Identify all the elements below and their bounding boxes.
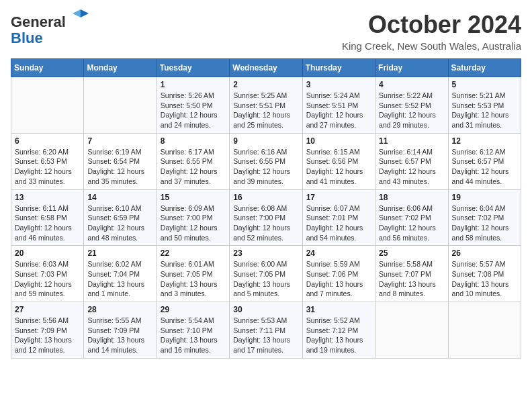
day-number: 3 xyxy=(306,80,371,89)
calendar-day-cell: 15Sunrise: 6:09 AM Sunset: 7:00 PM Dayli… xyxy=(157,189,229,246)
logo-general: General xyxy=(11,13,66,30)
day-info: Sunrise: 5:22 AM Sunset: 5:52 PM Dayligh… xyxy=(379,91,444,130)
calendar-day-cell: 13Sunrise: 6:11 AM Sunset: 6:58 PM Dayli… xyxy=(11,189,84,246)
day-number: 5 xyxy=(452,80,517,89)
day-number: 8 xyxy=(161,136,226,146)
calendar-week-row: 1Sunrise: 5:26 AM Sunset: 5:50 PM Daylig… xyxy=(11,77,521,134)
day-info: Sunrise: 6:16 AM Sunset: 6:55 PM Dayligh… xyxy=(233,147,298,187)
day-info: Sunrise: 6:01 AM Sunset: 7:05 PM Dayligh… xyxy=(161,259,226,299)
calendar-day-cell: 23Sunrise: 6:00 AM Sunset: 7:05 PM Dayli… xyxy=(230,246,302,302)
day-info: Sunrise: 5:52 AM Sunset: 7:12 PM Dayligh… xyxy=(306,316,371,355)
day-info: Sunrise: 5:53 AM Sunset: 7:11 PM Dayligh… xyxy=(233,316,298,355)
month-title: October 2024 xyxy=(342,11,521,39)
weekday-header: Monday xyxy=(84,59,157,77)
calendar-day-cell: 30Sunrise: 5:53 AM Sunset: 7:11 PM Dayli… xyxy=(230,302,302,359)
day-number: 24 xyxy=(306,248,371,258)
day-info: Sunrise: 6:02 AM Sunset: 7:04 PM Dayligh… xyxy=(87,259,152,299)
day-number: 19 xyxy=(452,193,517,202)
day-info: Sunrise: 6:19 AM Sunset: 6:54 PM Dayligh… xyxy=(87,147,152,187)
calendar-day-cell: 3Sunrise: 5:24 AM Sunset: 5:51 PM Daylig… xyxy=(302,77,375,134)
day-number: 23 xyxy=(233,248,298,258)
day-number: 15 xyxy=(161,193,226,202)
day-number: 26 xyxy=(452,248,517,258)
calendar-day-cell: 16Sunrise: 6:08 AM Sunset: 7:00 PM Dayli… xyxy=(230,189,302,246)
day-info: Sunrise: 6:11 AM Sunset: 6:58 PM Dayligh… xyxy=(15,203,80,243)
day-info: Sunrise: 6:14 AM Sunset: 6:57 PM Dayligh… xyxy=(379,147,444,187)
calendar-table: SundayMondayTuesdayWednesdayThursdayFrid… xyxy=(11,58,521,359)
calendar-day-cell: 14Sunrise: 6:10 AM Sunset: 6:59 PM Dayli… xyxy=(84,189,157,246)
calendar-day-cell xyxy=(375,302,448,359)
calendar-day-cell: 19Sunrise: 6:04 AM Sunset: 7:02 PM Dayli… xyxy=(448,189,521,246)
calendar-day-cell: 2Sunrise: 5:25 AM Sunset: 5:51 PM Daylig… xyxy=(230,77,302,134)
title-block: October 2024 King Creek, New South Wales… xyxy=(342,11,521,52)
day-info: Sunrise: 5:54 AM Sunset: 7:10 PM Dayligh… xyxy=(161,316,226,355)
weekday-header: Tuesday xyxy=(157,59,229,77)
calendar-week-row: 6Sunrise: 6:20 AM Sunset: 6:53 PM Daylig… xyxy=(11,133,521,189)
logo: General Blue xyxy=(11,11,90,46)
weekday-header: Thursday xyxy=(302,59,375,77)
logo-text: General xyxy=(11,11,90,30)
day-number: 9 xyxy=(233,136,298,146)
day-info: Sunrise: 5:24 AM Sunset: 5:51 PM Dayligh… xyxy=(306,91,371,130)
day-number: 27 xyxy=(15,305,80,314)
logo-blue-text: Blue xyxy=(11,30,90,46)
day-number: 13 xyxy=(15,193,80,202)
day-info: Sunrise: 6:17 AM Sunset: 6:55 PM Dayligh… xyxy=(161,147,226,187)
weekday-header: Friday xyxy=(375,59,448,77)
day-info: Sunrise: 6:20 AM Sunset: 6:53 PM Dayligh… xyxy=(15,147,80,187)
weekday-header: Sunday xyxy=(11,59,84,77)
calendar-day-cell: 10Sunrise: 6:15 AM Sunset: 6:56 PM Dayli… xyxy=(302,133,375,189)
day-number: 12 xyxy=(452,136,517,146)
day-number: 31 xyxy=(306,305,371,314)
day-info: Sunrise: 6:10 AM Sunset: 6:59 PM Dayligh… xyxy=(87,203,152,243)
day-number: 28 xyxy=(87,305,152,314)
svg-marker-1 xyxy=(73,9,81,17)
calendar-day-cell xyxy=(11,77,84,134)
day-info: Sunrise: 6:00 AM Sunset: 7:05 PM Dayligh… xyxy=(233,259,298,299)
day-number: 17 xyxy=(306,193,371,202)
svg-marker-0 xyxy=(81,9,89,17)
day-number: 2 xyxy=(233,80,298,89)
day-number: 14 xyxy=(87,193,152,202)
calendar-day-cell: 22Sunrise: 6:01 AM Sunset: 7:05 PM Dayli… xyxy=(157,246,229,302)
calendar-day-cell: 6Sunrise: 6:20 AM Sunset: 6:53 PM Daylig… xyxy=(11,133,84,189)
calendar-day-cell xyxy=(84,77,157,134)
day-number: 16 xyxy=(233,193,298,202)
calendar-week-row: 20Sunrise: 6:03 AM Sunset: 7:03 PM Dayli… xyxy=(11,246,521,302)
calendar-day-cell: 21Sunrise: 6:02 AM Sunset: 7:04 PM Dayli… xyxy=(84,246,157,302)
weekday-header: Saturday xyxy=(448,59,521,77)
calendar-day-cell: 27Sunrise: 5:56 AM Sunset: 7:09 PM Dayli… xyxy=(11,302,84,359)
day-info: Sunrise: 6:03 AM Sunset: 7:03 PM Dayligh… xyxy=(15,259,80,299)
day-info: Sunrise: 5:25 AM Sunset: 5:51 PM Dayligh… xyxy=(233,91,298,130)
calendar-day-cell: 8Sunrise: 6:17 AM Sunset: 6:55 PM Daylig… xyxy=(157,133,229,189)
day-info: Sunrise: 6:09 AM Sunset: 7:00 PM Dayligh… xyxy=(161,203,226,243)
weekday-header: Wednesday xyxy=(230,59,302,77)
day-number: 6 xyxy=(15,136,80,146)
day-number: 4 xyxy=(379,80,444,89)
day-number: 21 xyxy=(87,248,152,258)
calendar-day-cell: 24Sunrise: 5:59 AM Sunset: 7:06 PM Dayli… xyxy=(302,246,375,302)
day-number: 18 xyxy=(379,193,444,202)
day-number: 11 xyxy=(379,136,444,146)
day-info: Sunrise: 5:58 AM Sunset: 7:07 PM Dayligh… xyxy=(379,259,444,299)
day-info: Sunrise: 6:08 AM Sunset: 7:00 PM Dayligh… xyxy=(233,203,298,243)
day-info: Sunrise: 5:55 AM Sunset: 7:09 PM Dayligh… xyxy=(87,316,152,355)
calendar-day-cell: 20Sunrise: 6:03 AM Sunset: 7:03 PM Dayli… xyxy=(11,246,84,302)
day-info: Sunrise: 5:21 AM Sunset: 5:53 PM Dayligh… xyxy=(452,91,517,130)
calendar-week-row: 13Sunrise: 6:11 AM Sunset: 6:58 PM Dayli… xyxy=(11,189,521,246)
calendar-day-cell: 18Sunrise: 6:06 AM Sunset: 7:02 PM Dayli… xyxy=(375,189,448,246)
day-number: 1 xyxy=(161,80,226,89)
day-number: 29 xyxy=(161,305,226,314)
calendar-day-cell: 17Sunrise: 6:07 AM Sunset: 7:01 PM Dayli… xyxy=(302,189,375,246)
location-title: King Creek, New South Wales, Australia xyxy=(342,40,521,52)
day-number: 25 xyxy=(379,248,444,258)
day-number: 20 xyxy=(15,248,80,258)
day-info: Sunrise: 6:04 AM Sunset: 7:02 PM Dayligh… xyxy=(452,203,517,243)
day-info: Sunrise: 6:12 AM Sunset: 6:57 PM Dayligh… xyxy=(452,147,517,187)
day-info: Sunrise: 6:06 AM Sunset: 7:02 PM Dayligh… xyxy=(379,203,444,243)
calendar-day-cell: 5Sunrise: 5:21 AM Sunset: 5:53 PM Daylig… xyxy=(448,77,521,134)
day-number: 10 xyxy=(306,136,371,146)
day-info: Sunrise: 6:07 AM Sunset: 7:01 PM Dayligh… xyxy=(306,203,371,243)
day-info: Sunrise: 5:59 AM Sunset: 7:06 PM Dayligh… xyxy=(306,259,371,299)
calendar-day-cell: 7Sunrise: 6:19 AM Sunset: 6:54 PM Daylig… xyxy=(84,133,157,189)
